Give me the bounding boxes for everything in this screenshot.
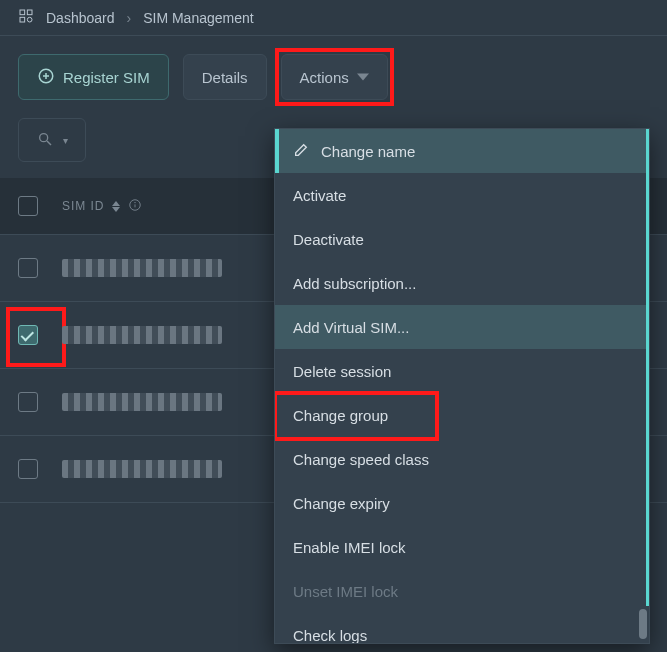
chevron-down-icon: ▾ bbox=[63, 135, 68, 146]
menu-item-unset-imei-lock: Unset IMEI lock bbox=[275, 569, 649, 613]
dashboard-icon bbox=[18, 8, 34, 27]
details-button[interactable]: Details bbox=[183, 54, 267, 100]
chevron-down-icon bbox=[357, 69, 369, 86]
sim-id-value bbox=[62, 393, 222, 411]
sim-id-value bbox=[62, 259, 222, 277]
menu-item-label: Activate bbox=[293, 187, 346, 204]
breadcrumb-current: SIM Management bbox=[143, 10, 254, 26]
svg-line-8 bbox=[47, 141, 51, 145]
scrollbar-thumb[interactable] bbox=[639, 609, 647, 639]
row-checkbox[interactable] bbox=[18, 392, 38, 412]
menu-item-enable-imei-lock[interactable]: Enable IMEI lock bbox=[275, 525, 649, 569]
menu-item-check-logs[interactable]: Check logs bbox=[275, 613, 649, 643]
menu-item-label: Enable IMEI lock bbox=[293, 539, 406, 556]
menu-item-add-subscription[interactable]: Add subscription... bbox=[275, 261, 649, 305]
svg-point-11 bbox=[135, 202, 136, 203]
menu-item-label: Add subscription... bbox=[293, 275, 416, 292]
menu-item-label: Add Virtual SIM... bbox=[293, 319, 409, 336]
column-header-simid-label: SIM ID bbox=[62, 199, 104, 213]
menu-item-label: Delete session bbox=[293, 363, 391, 380]
menu-item-deactivate[interactable]: Deactivate bbox=[275, 217, 649, 261]
select-all-checkbox[interactable] bbox=[18, 196, 38, 216]
actions-menu: Change nameActivateDeactivateAdd subscri… bbox=[274, 128, 650, 644]
menu-item-activate[interactable]: Activate bbox=[275, 173, 649, 217]
column-header-simid[interactable]: SIM ID bbox=[62, 198, 222, 215]
svg-rect-2 bbox=[20, 17, 25, 22]
sim-id-value bbox=[62, 326, 222, 344]
svg-point-3 bbox=[27, 17, 32, 22]
breadcrumb: Dashboard › SIM Management bbox=[0, 0, 667, 36]
svg-point-7 bbox=[39, 133, 47, 141]
menu-scroll-indicator bbox=[646, 129, 649, 606]
menu-item-label: Deactivate bbox=[293, 231, 364, 248]
menu-item-accent bbox=[275, 129, 279, 173]
search-icon bbox=[37, 131, 53, 150]
row-checkbox[interactable] bbox=[18, 459, 38, 479]
menu-item-label: Change group bbox=[293, 407, 388, 424]
svg-rect-1 bbox=[27, 10, 32, 15]
menu-item-change-group[interactable]: Change group bbox=[275, 393, 649, 437]
actions-button[interactable]: Actions bbox=[281, 54, 388, 100]
register-sim-label: Register SIM bbox=[63, 69, 150, 86]
sort-icon bbox=[112, 201, 120, 212]
menu-item-label: Change name bbox=[321, 143, 415, 160]
menu-item-change-expiry[interactable]: Change expiry bbox=[275, 481, 649, 525]
svg-rect-0 bbox=[20, 10, 25, 15]
chevron-right-icon: › bbox=[127, 10, 132, 26]
menu-item-delete-session[interactable]: Delete session bbox=[275, 349, 649, 393]
menu-item-add-virtual-sim[interactable]: Add Virtual SIM... bbox=[275, 305, 649, 349]
sim-id-value bbox=[62, 460, 222, 478]
edit-icon bbox=[293, 142, 309, 161]
menu-item-change-name[interactable]: Change name bbox=[275, 129, 649, 173]
menu-item-label: Check logs bbox=[293, 627, 367, 644]
info-icon bbox=[128, 198, 142, 215]
plus-circle-icon bbox=[37, 67, 55, 88]
row-checkbox[interactable] bbox=[18, 258, 38, 278]
search-dropdown-button[interactable]: ▾ bbox=[18, 118, 86, 162]
details-label: Details bbox=[202, 69, 248, 86]
menu-item-label: Unset IMEI lock bbox=[293, 583, 398, 600]
menu-item-label: Change expiry bbox=[293, 495, 390, 512]
toolbar: Register SIM Details Actions bbox=[0, 36, 667, 118]
menu-item-change-speed-class[interactable]: Change speed class bbox=[275, 437, 649, 481]
row-checkbox[interactable] bbox=[18, 325, 38, 345]
actions-label: Actions bbox=[300, 69, 349, 86]
register-sim-button[interactable]: Register SIM bbox=[18, 54, 169, 100]
menu-item-label: Change speed class bbox=[293, 451, 429, 468]
breadcrumb-root[interactable]: Dashboard bbox=[46, 10, 115, 26]
